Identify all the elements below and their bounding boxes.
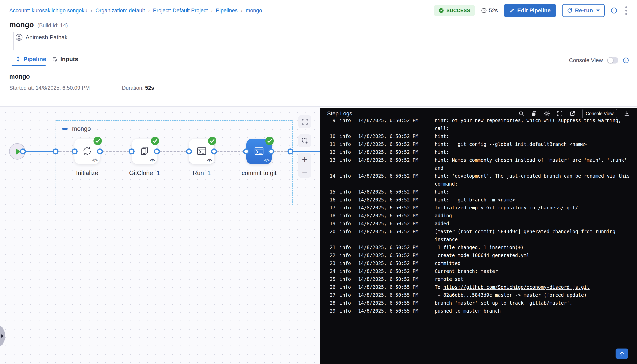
log-level: info	[340, 119, 351, 124]
zoom-out-button[interactable]: −	[302, 167, 308, 176]
tab-inputs[interactable]: Inputs	[52, 52, 78, 66]
log-message: committed	[435, 260, 460, 267]
log-timestamp: 14/8/2025, 6:50:52 PM	[358, 132, 418, 140]
log-line-number: 27	[326, 291, 336, 299]
console-view-control: Console View	[569, 57, 629, 64]
log-level: info	[340, 212, 351, 220]
log-line: 22info14/8/2025, 6:50:52 PM create mode …	[320, 252, 637, 260]
log-message: hint: Names commonly chosen instead of '…	[435, 156, 627, 164]
node-connector	[20, 148, 26, 154]
log-line-number: 22	[326, 252, 336, 260]
log-message: + 82a6dbb...5843d9c master -> master (fo…	[435, 291, 587, 299]
log-link[interactable]: https://github.com/Sonichigo/economy-dis…	[443, 284, 590, 290]
check-circle-icon	[438, 8, 444, 13]
canvas-select-button[interactable]	[298, 134, 311, 147]
canvas-zoom-control: + −	[298, 153, 311, 178]
tab-pipeline[interactable]: Pipeline	[15, 52, 46, 66]
pipeline-step-commit-to-git[interactable]: </>	[246, 139, 272, 164]
log-timestamp: 14/8/2025, 6:50:52 PM	[358, 212, 418, 220]
copy-logs-icon[interactable]	[531, 110, 537, 116]
log-level: info	[340, 196, 351, 204]
breadcrumb-item[interactable]: Project: Default Project	[153, 8, 208, 14]
log-line: 17info14/8/2025, 6:50:52 PMInitialized e…	[320, 204, 637, 212]
log-message: hint: 'development'. The just-created br…	[435, 172, 630, 180]
node-connector	[72, 148, 78, 154]
log-message: Current branch: master	[435, 267, 498, 275]
connector-line-solid	[23, 151, 56, 152]
step-label: commit to git	[227, 170, 291, 177]
log-fullscreen-icon[interactable]	[557, 110, 563, 116]
download-logs-icon[interactable]	[624, 110, 630, 116]
log-timestamp: 14/8/2025, 6:50:52 PM	[358, 275, 418, 283]
log-output[interactable]: 9info14/8/2025, 6:50:52 PMhint: of your …	[320, 119, 637, 364]
log-line-number: 17	[326, 204, 336, 212]
log-line: 18info14/8/2025, 6:50:52 PMadding	[320, 212, 637, 220]
console-view-toggle[interactable]	[607, 57, 618, 64]
info-icon[interactable]	[623, 57, 629, 64]
breadcrumb-item[interactable]: Account: kurosakiichigo.songoku	[9, 8, 87, 14]
log-timestamp: 14/8/2025, 6:50:55 PM	[358, 291, 418, 299]
log-message: Initialized empty Git repository in /har…	[435, 204, 578, 212]
log-message: remote set	[435, 275, 464, 283]
log-timestamp: 14/8/2025, 6:50:52 PM	[358, 267, 418, 275]
breadcrumb: Account: kurosakiichigo.songoku›Organiza…	[9, 8, 262, 14]
canvas-fullscreen-button[interactable]	[298, 115, 311, 128]
info-icon[interactable]	[610, 7, 617, 14]
pipeline-step-run_1[interactable]: </>	[189, 139, 214, 164]
console-view-button[interactable]: Console View	[582, 109, 617, 118]
log-message: and	[435, 164, 443, 172]
code-icon: </>	[207, 158, 212, 162]
log-line-number: 20	[326, 228, 336, 236]
stage-group-label: mongo	[62, 125, 91, 132]
pipeline-step-initialize[interactable]: </>	[74, 139, 100, 164]
log-level: info	[340, 291, 351, 299]
log-level: info	[340, 244, 351, 252]
collapse-stage-icon[interactable]	[62, 128, 68, 130]
log-line-number: 14	[326, 172, 336, 180]
code-icon: </>	[92, 158, 98, 162]
status-label: SUCCESS	[446, 8, 470, 13]
main-area: mongo </>Initialize</>GitClone_1</>Run_1…	[0, 107, 637, 364]
log-level: info	[340, 140, 351, 148]
log-level: info	[340, 188, 351, 196]
rerun-button[interactable]: Re-run	[562, 4, 605, 17]
clock-icon	[481, 8, 487, 14]
success-check-icon	[93, 136, 102, 146]
header-actions: SUCCESS 52s Edit Pipeline Re-run	[434, 4, 629, 17]
success-check-icon	[265, 136, 274, 146]
log-line-number: 10	[326, 132, 336, 140]
log-timestamp: 14/8/2025, 6:50:55 PM	[358, 307, 418, 315]
scroll-to-top-button[interactable]	[616, 348, 628, 359]
stage-name: mongo	[9, 73, 30, 80]
zoom-in-button[interactable]: +	[302, 154, 308, 164]
log-line: call:	[320, 124, 637, 132]
step-logs-title: Step Logs	[327, 110, 352, 117]
breadcrumb-separator: ›	[148, 8, 150, 14]
pipeline-step-gitclone_1[interactable]: </>	[132, 139, 157, 164]
log-line-number: 28	[326, 299, 336, 307]
breadcrumb-item[interactable]: Pipelines	[216, 8, 238, 14]
node-connector	[288, 148, 294, 154]
log-timestamp: 14/8/2025, 6:50:52 PM	[358, 172, 418, 180]
log-message: hint:	[435, 132, 449, 140]
pipeline-canvas[interactable]: mongo </>Initialize</>GitClone_1</>Run_1…	[0, 107, 320, 364]
breadcrumb-item[interactable]: mongo	[246, 8, 262, 14]
console-view-label: Console View	[569, 57, 603, 64]
log-line: 14info14/8/2025, 6:50:52 PMhint: 'develo…	[320, 172, 637, 180]
search-icon[interactable]	[518, 110, 524, 116]
expand-left-panel-handle[interactable]	[0, 326, 5, 346]
step-label: Run_1	[170, 170, 234, 177]
log-line-number: 9	[326, 119, 336, 124]
node-connector	[129, 148, 134, 154]
success-check-icon	[208, 136, 217, 146]
log-level: info	[340, 260, 351, 267]
log-settings-gear-icon[interactable]	[544, 110, 550, 117]
edit-pipeline-button[interactable]: Edit Pipeline	[504, 4, 556, 17]
log-level: info	[340, 220, 351, 228]
node-connector	[52, 148, 58, 154]
open-in-new-icon[interactable]	[570, 110, 576, 116]
more-options-menu-icon[interactable]	[623, 6, 629, 16]
node-connector	[211, 148, 217, 154]
breadcrumb-item[interactable]: Organization: default	[96, 8, 145, 14]
log-line-number: 16	[326, 196, 336, 204]
